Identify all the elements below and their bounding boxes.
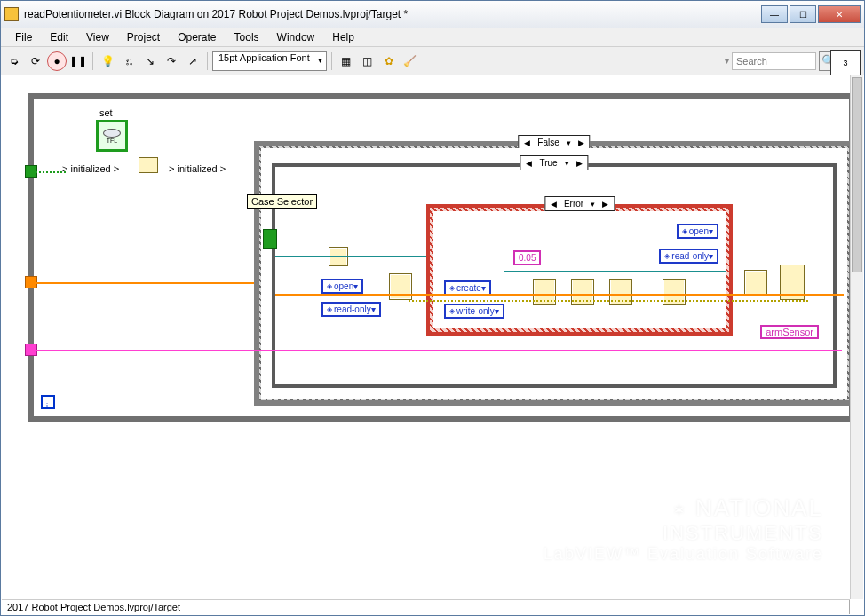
run-cont-button[interactable]: ⟳ <box>26 51 45 71</box>
iteration-terminal[interactable]: i <box>41 395 55 409</box>
prev-case-icon[interactable]: ◀ <box>522 159 536 168</box>
search-sep: ▾ <box>725 56 729 66</box>
case-structure-true[interactable]: ◀ True ▾ ▶ ◀ Error ▾ ▶ <box>272 163 837 388</box>
toolbar: ➭ ⟳ ● ❚❚ 💡 ⎌ ↘ ↷ ↗ 15pt Application Font… <box>1 47 864 75</box>
case-true-selector-terminal[interactable] <box>263 229 277 249</box>
step-into-button[interactable]: ↘ <box>140 51 160 71</box>
case-structure-error[interactable]: ◀ Error ▾ ▶ ◈open ▾ ◈read-only ▾ 0.05 ◈c… <box>426 204 733 336</box>
status-bar: 2017 Robot Project Demos.lvproj/Target <box>2 599 850 614</box>
oval-icon <box>103 129 121 138</box>
app-window: readPotentiometer.vi Block Diagram on 20… <box>0 0 865 616</box>
scroll-thumb[interactable] <box>852 77 862 272</box>
menu-bar: File Edit View Project Operate Tools Win… <box>1 28 864 47</box>
wire <box>32 282 256 284</box>
initialized-label-2: > initialized > <box>169 163 226 174</box>
first-call-node[interactable]: TFL <box>96 120 128 152</box>
case-selector-error[interactable]: ◀ Error ▾ ▶ <box>544 196 615 211</box>
menu-file[interactable]: File <box>6 29 41 45</box>
align-button[interactable]: ▦ <box>337 51 356 71</box>
armsensor-indicator[interactable]: armSensor <box>760 325 819 339</box>
menu-project[interactable]: Project <box>118 29 169 45</box>
menu-help[interactable]: Help <box>323 29 363 45</box>
toolbar-separator <box>207 52 208 70</box>
pause-button[interactable]: ❚❚ <box>68 51 88 71</box>
const-readonly-2[interactable]: ◈read-only ▾ <box>659 249 718 264</box>
wire <box>409 300 808 302</box>
wire <box>34 350 842 351</box>
step-over-button[interactable]: ↷ <box>162 51 181 71</box>
vertical-scrollbar[interactable] <box>850 75 863 599</box>
title-bar[interactable]: readPotentiometer.vi Block Diagram on 20… <box>1 1 864 28</box>
tooltip-case-selector: Case Selector <box>247 194 317 209</box>
dropdown-icon[interactable]: ▾ <box>561 159 573 168</box>
step-out-button[interactable]: ↗ <box>183 51 202 71</box>
tfl-label: set <box>99 107 113 118</box>
wire <box>275 294 844 296</box>
toolbar-separator <box>331 52 332 70</box>
next-case-icon[interactable]: ▶ <box>599 200 612 209</box>
case-outer-body: ◀ True ▾ ▶ ◀ Error ▾ ▶ <box>261 148 847 399</box>
const-writeonly[interactable]: ◈write-only ▾ <box>444 304 504 319</box>
while-loop[interactable]: i set TFL > initialized > > initialized … <box>28 93 850 422</box>
connector-pane[interactable]: 3 <box>830 50 861 76</box>
search-input[interactable] <box>732 52 816 70</box>
dropdown-icon[interactable]: ▾ <box>587 200 599 209</box>
prev-case-icon[interactable]: ◀ <box>547 200 560 209</box>
const-num[interactable]: 0.05 <box>513 250 541 265</box>
case-structure-outer[interactable]: ◀ False ▾ ▶ ◀ True ▾ ▶ <box>254 141 850 406</box>
reorder-button[interactable]: ✿ <box>379 51 399 71</box>
file-open-left-node[interactable] <box>389 273 412 300</box>
font-selector[interactable]: 15pt Application Font <box>212 51 327 71</box>
wire <box>504 271 726 272</box>
initialized-label-1: > initialized > <box>62 163 119 174</box>
wire <box>275 256 426 257</box>
block-diagram-canvas[interactable]: i set TFL > initialized > > initialized … <box>2 75 850 599</box>
window-buttons: — ☐ ✕ <box>761 5 861 23</box>
watermark: ✶ NATIONAL INSTRUMENTS LabVIEW™ Evaluati… <box>544 494 823 564</box>
wire <box>32 171 66 173</box>
case-selector-true[interactable]: ◀ True ▾ ▶ <box>520 155 588 170</box>
const-open-1[interactable]: ◈open ▾ <box>321 279 363 294</box>
next-case-icon[interactable]: ▶ <box>575 138 588 147</box>
path-node[interactable] <box>329 247 348 266</box>
window-title: readPotentiometer.vi Block Diagram on 20… <box>24 8 761 20</box>
app-icon <box>4 7 19 21</box>
abort-button[interactable]: ● <box>47 51 67 71</box>
menu-edit[interactable]: Edit <box>41 29 77 45</box>
toolbar-separator <box>92 52 93 70</box>
feedback-node[interactable] <box>139 157 158 173</box>
retain-wire-button[interactable]: ⎌ <box>119 51 139 71</box>
menu-window[interactable]: Window <box>268 29 324 45</box>
minimize-button[interactable]: — <box>761 5 788 23</box>
menu-tools[interactable]: Tools <box>226 29 268 45</box>
status-path[interactable]: 2017 Robot Project Demos.lvproj/Target <box>2 600 186 614</box>
cleanup-button[interactable]: 🧹 <box>401 51 420 71</box>
distribute-button[interactable]: ◫ <box>358 51 377 71</box>
menu-operate[interactable]: Operate <box>169 29 225 45</box>
status-spacer <box>186 600 850 614</box>
connector-count: 3 <box>843 59 847 67</box>
const-open-2[interactable]: ◈open ▾ <box>677 224 718 239</box>
error-case-body: ◈open ▾ ◈read-only ▾ 0.05 ◈create ▾ ◈wri… <box>433 211 726 328</box>
maximize-button[interactable]: ☐ <box>790 5 816 23</box>
const-readonly-1[interactable]: ◈read-only ▾ <box>321 302 381 317</box>
prev-case-icon[interactable]: ◀ <box>520 138 534 147</box>
close-button[interactable]: ✕ <box>818 5 861 23</box>
menu-view[interactable]: View <box>77 29 118 45</box>
highlight-exec-button[interactable]: 💡 <box>98 51 117 71</box>
run-button[interactable]: ➭ <box>4 51 24 71</box>
read-node[interactable] <box>744 270 767 296</box>
next-case-icon[interactable]: ▶ <box>573 159 586 168</box>
dropdown-icon[interactable]: ▾ <box>563 138 575 147</box>
